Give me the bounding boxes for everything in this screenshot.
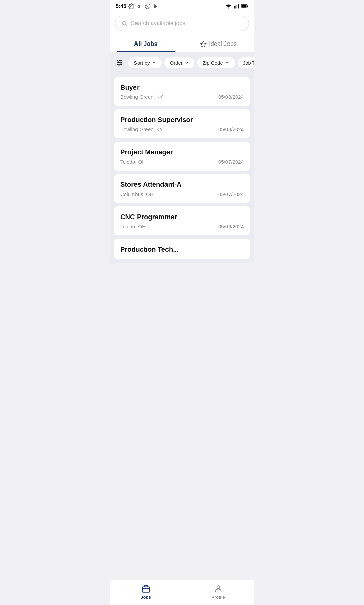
svg-point-18 — [118, 60, 119, 61]
block-icon — [145, 3, 151, 9]
wifi-icon — [225, 4, 232, 9]
sort-by-filter[interactable]: Sort by — [128, 57, 162, 68]
job-card-2[interactable]: Production Supervisor Bowling Green, KY … — [114, 109, 250, 138]
job-card-6[interactable]: Production Tech... — [114, 239, 250, 259]
job-location-2: Bowling Green, KY — [120, 126, 163, 132]
jobs-list: Buyer Bowling Green, KY 05/08/2024 Produ… — [110, 74, 254, 263]
search-icon — [121, 20, 127, 27]
job-meta-1: Bowling Green, KY 05/08/2024 — [120, 94, 244, 100]
job-title-6: Production Tech... — [120, 246, 244, 253]
search-bar[interactable] — [115, 16, 249, 31]
filter-icon[interactable] — [114, 57, 126, 69]
job-date-2: 05/08/2024 — [218, 126, 244, 132]
job-title-1: Buyer — [120, 84, 244, 91]
job-card-4[interactable]: Stores Attendant-A Columbus, OH 05/07/20… — [114, 174, 250, 203]
job-title-2: Production Supervisor — [120, 116, 244, 124]
job-meta-3: Toledo, OH 05/07/2024 — [120, 159, 244, 165]
zip-code-filter[interactable]: Zip Code — [197, 57, 235, 68]
search-container — [110, 11, 254, 36]
svg-line-3 — [146, 5, 150, 8]
chevron-down-icon — [184, 60, 189, 65]
status-bar: 5:45 G — [110, 0, 254, 11]
job-date-5: 05/06/2024 — [218, 224, 244, 229]
job-meta-5: Toledo, OH 05/06/2024 — [120, 224, 244, 229]
svg-rect-8 — [238, 4, 239, 9]
job-location-1: Bowling Green, KY — [120, 94, 163, 100]
svg-point-0 — [131, 6, 132, 7]
job-card-3[interactable]: Project Manager Toledo, OH 05/07/2024 — [114, 142, 250, 171]
job-date-3: 05/07/2024 — [218, 159, 244, 165]
job-card-5[interactable]: CNC Programmer Toledo, OH 05/06/2024 — [114, 206, 250, 235]
search-input[interactable] — [131, 20, 243, 27]
job-card-1[interactable]: Buyer Bowling Green, KY 05/08/2024 — [114, 77, 250, 106]
job-type-filter[interactable]: Job Type — [238, 57, 254, 68]
svg-line-13 — [126, 24, 127, 26]
tab-all-jobs[interactable]: All Jobs — [110, 36, 182, 52]
play-icon — [153, 3, 159, 9]
settings-icon — [128, 3, 134, 9]
chevron-down-icon — [225, 60, 230, 65]
signal-icon — [234, 4, 239, 9]
job-title-4: Stores Attendant-A — [120, 181, 244, 189]
tabs-container: All Jobs Ideal Jobs — [110, 36, 254, 52]
job-meta-4: Columbus, OH 05/07/2024 — [120, 191, 244, 197]
job-meta-2: Bowling Green, KY 05/08/2024 — [120, 126, 244, 132]
job-location-3: Toledo, OH — [120, 159, 146, 165]
chevron-down-icon — [152, 60, 156, 65]
order-filter[interactable]: Order — [164, 57, 194, 68]
svg-marker-4 — [154, 4, 158, 9]
status-time: 5:45 — [116, 3, 126, 9]
svg-rect-5 — [234, 6, 235, 8]
svg-text:G: G — [137, 4, 140, 9]
svg-marker-14 — [201, 41, 206, 47]
star-icon — [200, 41, 207, 48]
tab-ideal-jobs[interactable]: Ideal Jobs — [182, 36, 254, 52]
job-title-5: CNC Programmer — [120, 213, 244, 221]
svg-point-20 — [118, 64, 120, 65]
svg-rect-11 — [241, 5, 246, 8]
job-location-4: Columbus, OH — [120, 191, 153, 197]
svg-point-19 — [120, 62, 122, 63]
svg-rect-10 — [247, 5, 248, 7]
svg-rect-6 — [235, 6, 236, 9]
job-location-5: Toledo, OH — [120, 224, 146, 229]
svg-rect-7 — [236, 5, 237, 8]
battery-icon — [241, 4, 248, 8]
job-date-1: 05/08/2024 — [218, 94, 244, 100]
status-icons — [225, 4, 248, 9]
job-title-3: Project Manager — [120, 148, 244, 156]
google-icon: G — [136, 3, 143, 9]
filter-bar: Sort by Order Zip Code Job Type — [110, 52, 254, 74]
job-date-4: 05/07/2024 — [218, 191, 244, 197]
svg-point-12 — [122, 21, 126, 25]
